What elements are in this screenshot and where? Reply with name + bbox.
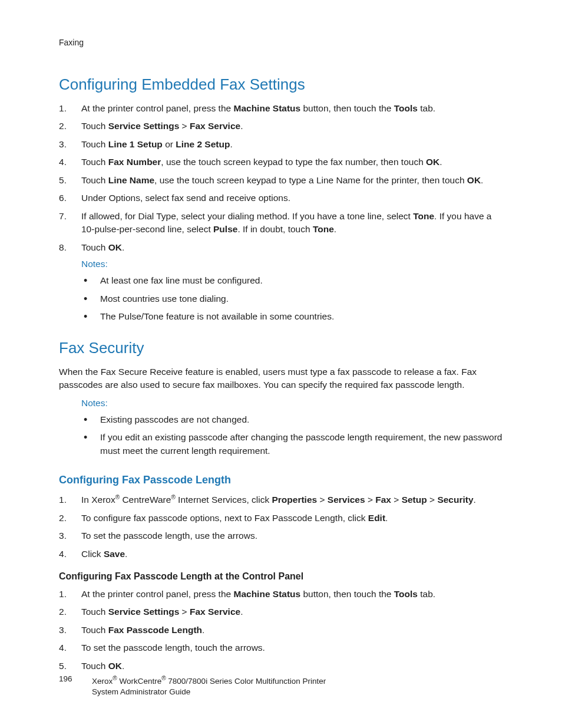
text: At the printer control panel, press the	[81, 589, 233, 599]
bold-text: Fax Service	[190, 607, 240, 617]
text: , use the touch screen keypad to type a …	[154, 175, 467, 185]
text: >	[317, 495, 328, 505]
note-item: At least one fax line must be configured…	[59, 274, 503, 287]
text: To set the passcode length, use the arro…	[81, 531, 257, 541]
text: tab.	[418, 103, 435, 113]
text: button, then touch the	[300, 589, 394, 599]
step-item: At the printer control panel, press the …	[59, 588, 503, 601]
bold-text: OK	[108, 661, 122, 671]
heading-configuring-passcode-length: Configuring Fax Passcode Length	[59, 474, 503, 486]
text: >	[365, 495, 376, 505]
text: Touch	[81, 242, 108, 252]
text: Touch	[81, 625, 108, 635]
text: In Xerox	[81, 495, 115, 505]
bold-text: Line 2 Setup	[176, 139, 230, 149]
text: System Administrator Guide	[92, 687, 190, 696]
notes-label: Notes:	[81, 259, 503, 269]
text: Touch	[81, 139, 108, 149]
bold-text: Pulse	[213, 224, 237, 234]
step-item: Touch Line 1 Setup or Line 2 Setup.	[59, 138, 503, 151]
step-item: Touch Service Settings > Fax Service.	[59, 605, 503, 618]
text: .	[439, 157, 442, 167]
text: . If in doubt, touch	[237, 224, 313, 234]
bold-text: Machine Status	[233, 103, 300, 113]
text: or	[163, 139, 176, 149]
bold-text: Service Settings	[108, 607, 180, 617]
page-footer: 196 Xerox® WorkCentre® 7800/7800i Series…	[59, 674, 503, 697]
step-item: To set the passcode length, touch the ar…	[59, 641, 503, 654]
text: .	[334, 224, 336, 234]
notes-list: At least one fax line must be configured…	[59, 274, 503, 323]
step-item: If allowed, for Dial Type, select your d…	[59, 210, 503, 236]
bold-text: OK	[108, 242, 122, 252]
bold-text: Fax Service	[190, 121, 240, 131]
bold-text: Line 1 Setup	[108, 139, 163, 149]
header-section-label: Faxing	[59, 38, 503, 47]
footer-text: Xerox® WorkCentre® 7800/7800i Series Col…	[92, 674, 326, 697]
text: >	[179, 121, 190, 131]
step-item: To set the passcode length, use the arro…	[59, 529, 503, 542]
heading-passcode-control-panel: Configuring Fax Passcode Length at the C…	[59, 571, 503, 582]
step-item: To configure fax passcode options, next …	[59, 512, 503, 525]
step-item: Touch Fax Number, use the touch screen k…	[59, 156, 503, 169]
text: WorkCentre	[117, 677, 162, 686]
text: Under Options, select fax send and recei…	[81, 193, 290, 203]
text: Touch	[81, 121, 108, 131]
step-item: Touch OK.	[59, 241, 503, 254]
text: .	[122, 661, 124, 671]
fax-security-intro: When the Fax Secure Receive feature is e…	[59, 365, 503, 392]
bold-text: Security	[437, 495, 473, 505]
note-item: The Pulse/Tone feature is not available …	[59, 310, 503, 323]
bold-text: Fax	[375, 495, 391, 505]
step-item: In Xerox® CentreWare® Internet Services,…	[59, 493, 503, 507]
bold-text: Fax Number	[108, 157, 161, 167]
step-item: Click Save.	[59, 548, 503, 561]
bold-text: Tone	[313, 224, 334, 234]
bold-text: Service Settings	[108, 121, 180, 131]
document-page: Faxing Configuring Embedded Fax Settings…	[0, 0, 562, 728]
step-item: At the printer control panel, press the …	[59, 102, 503, 115]
text: Touch	[81, 661, 108, 671]
registered-mark: ®	[115, 494, 120, 500]
text: .	[240, 607, 243, 617]
bold-text: Properties	[272, 495, 317, 505]
text: >	[179, 607, 190, 617]
bold-text: Services	[328, 495, 365, 505]
notes-list: Existing passcodes are not changed. If y…	[59, 413, 503, 457]
bold-text: Save	[104, 549, 125, 559]
step-item: Touch OK.	[59, 660, 503, 673]
registered-mark: ®	[113, 675, 117, 681]
steps-configuring-embedded-fax: At the printer control panel, press the …	[59, 102, 503, 254]
page-number: 196	[59, 674, 92, 697]
text: 7800/7800i Series Color Multifunction Pr…	[166, 677, 326, 686]
text: .	[230, 139, 232, 149]
text: tab.	[418, 589, 435, 599]
bold-text: Tone	[413, 211, 434, 221]
steps-passcode-control-panel: At the printer control panel, press the …	[59, 588, 503, 673]
text: button, then touch the	[300, 103, 394, 113]
text: Click	[81, 549, 104, 559]
text: >	[427, 495, 438, 505]
note-item: Most countries use tone dialing.	[59, 292, 503, 305]
bold-text: OK	[426, 157, 439, 167]
text: Touch	[81, 175, 108, 185]
bold-text: OK	[467, 175, 481, 185]
note-item: If you edit an existing passcode after c…	[59, 431, 503, 457]
step-item: Touch Service Settings > Fax Service.	[59, 120, 503, 133]
step-item: Touch Line Name, use the touch screen ke…	[59, 174, 503, 187]
text: Internet Services, click	[176, 495, 272, 505]
text: At the printer control panel, press the	[81, 103, 233, 113]
text: Xerox	[92, 677, 113, 686]
text: To set the passcode length, touch the ar…	[81, 643, 265, 653]
bold-text: Tools	[394, 103, 418, 113]
steps-passcode-length: In Xerox® CentreWare® Internet Services,…	[59, 493, 503, 561]
bold-text: Setup	[402, 495, 427, 505]
text: Touch	[81, 157, 108, 167]
text: .	[385, 513, 388, 523]
text: .	[474, 495, 476, 505]
text: CentreWare	[120, 495, 171, 505]
step-item: Touch Fax Passcode Length.	[59, 624, 503, 637]
text: .	[122, 242, 124, 252]
text: .	[240, 121, 243, 131]
text: , use the touch screen keypad to type th…	[161, 157, 426, 167]
